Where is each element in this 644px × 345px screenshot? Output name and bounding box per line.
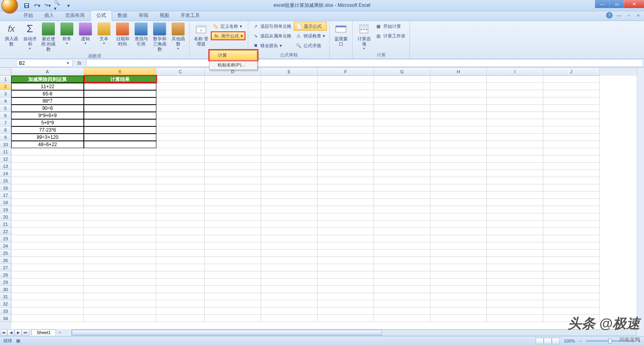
row-header[interactable]: 10	[0, 141, 11, 148]
cell[interactable]	[205, 126, 261, 134]
cell[interactable]	[11, 315, 84, 322]
row-header[interactable]: 22	[0, 228, 11, 235]
cell[interactable]	[374, 315, 430, 322]
row-header[interactable]: 32	[0, 300, 11, 308]
page-break-view-button[interactable]	[552, 338, 560, 344]
cell[interactable]	[543, 264, 600, 271]
cell[interactable]	[156, 141, 205, 148]
cell[interactable]	[430, 213, 487, 221]
cell[interactable]	[374, 271, 430, 279]
cell[interactable]	[261, 76, 318, 83]
cell[interactable]	[543, 293, 600, 300]
cell[interactable]	[318, 105, 374, 112]
cell[interactable]	[430, 308, 487, 315]
cell[interactable]	[374, 192, 430, 199]
cell[interactable]	[430, 228, 487, 235]
cell[interactable]	[487, 235, 543, 242]
cell[interactable]: 90÷6	[11, 105, 84, 112]
name-manager-button[interactable]: ≡名称 管理器	[192, 22, 210, 48]
cell[interactable]	[156, 206, 205, 213]
cell[interactable]	[543, 163, 600, 170]
cell[interactable]	[156, 76, 205, 83]
cell[interactable]: 48÷6+22	[11, 141, 84, 148]
cell[interactable]	[543, 315, 600, 322]
cell[interactable]	[318, 170, 374, 177]
cell[interactable]	[261, 112, 318, 119]
row-header[interactable]: 1	[0, 76, 11, 83]
cell[interactable]	[543, 184, 600, 192]
cell[interactable]	[11, 271, 84, 279]
cell[interactable]	[430, 279, 487, 286]
cell[interactable]	[205, 192, 261, 199]
cell[interactable]	[84, 192, 156, 199]
cell[interactable]	[156, 90, 205, 97]
cell[interactable]	[318, 155, 374, 163]
column-header[interactable]: C	[156, 68, 205, 76]
cell[interactable]	[205, 83, 261, 90]
cell[interactable]	[205, 177, 261, 184]
cell[interactable]	[84, 119, 156, 126]
cell[interactable]	[205, 155, 261, 163]
name-box[interactable]: B2▼	[16, 59, 73, 67]
cell[interactable]	[156, 105, 205, 112]
cell[interactable]	[205, 308, 261, 315]
cell[interactable]	[374, 105, 430, 112]
chevron-down-icon[interactable]: ▼	[66, 61, 70, 65]
cell[interactable]	[430, 300, 487, 308]
row-header[interactable]: 8	[0, 126, 11, 134]
cell[interactable]	[543, 112, 600, 119]
normal-view-button[interactable]	[536, 338, 544, 344]
calculate-sheet-button[interactable]: ▥计算工作表	[374, 31, 407, 40]
ribbon-tab-5[interactable]: 审阅	[133, 10, 154, 21]
column-header[interactable]: B	[84, 68, 156, 76]
cell[interactable]	[318, 97, 374, 105]
cell[interactable]	[11, 257, 84, 264]
logical-button[interactable]: 逻辑▾	[77, 22, 94, 46]
math-button[interactable]: 数学和 三角函数	[151, 22, 168, 53]
cell[interactable]	[261, 141, 318, 148]
cell[interactable]	[84, 228, 156, 235]
cell[interactable]	[11, 192, 84, 199]
cell[interactable]	[261, 184, 318, 192]
cell[interactable]	[261, 148, 318, 155]
cell[interactable]	[205, 163, 261, 170]
cell[interactable]	[156, 250, 205, 257]
cell[interactable]	[11, 293, 84, 300]
calculate-now-button[interactable]: ▦开始计算	[374, 22, 407, 31]
cell[interactable]	[261, 242, 318, 250]
dropdown-item-calculate[interactable]: 计算	[210, 50, 257, 60]
cell[interactable]: 11+22	[11, 83, 84, 90]
cell[interactable]	[487, 177, 543, 184]
row-header[interactable]: 14	[0, 170, 11, 177]
column-header[interactable]: E	[261, 68, 318, 76]
cell[interactable]	[487, 206, 543, 213]
cell[interactable]	[11, 228, 84, 235]
cell[interactable]	[318, 76, 374, 83]
cell[interactable]	[374, 264, 430, 271]
cell[interactable]	[205, 242, 261, 250]
cell[interactable]	[205, 257, 261, 264]
page-layout-view-button[interactable]	[544, 338, 552, 344]
cell[interactable]	[261, 257, 318, 264]
cell[interactable]	[205, 286, 261, 293]
cell[interactable]	[261, 293, 318, 300]
cell[interactable]	[261, 199, 318, 206]
cell[interactable]	[84, 90, 156, 97]
cell[interactable]	[430, 177, 487, 184]
cell[interactable]	[318, 177, 374, 184]
row-header[interactable]: 29	[0, 279, 11, 286]
cell[interactable]	[430, 141, 487, 148]
cell[interactable]	[374, 134, 430, 141]
cell[interactable]	[261, 97, 318, 105]
cell[interactable]	[84, 308, 156, 315]
zoom-in-button[interactable]: +	[638, 339, 641, 343]
cell[interactable]	[84, 141, 156, 148]
row-header[interactable]: 16	[0, 184, 11, 192]
cell[interactable]	[205, 184, 261, 192]
cell[interactable]	[374, 112, 430, 119]
cell[interactable]	[318, 90, 374, 97]
cell[interactable]	[205, 315, 261, 322]
cell[interactable]	[205, 293, 261, 300]
formula-input[interactable]	[86, 59, 643, 67]
cell[interactable]	[487, 315, 543, 322]
